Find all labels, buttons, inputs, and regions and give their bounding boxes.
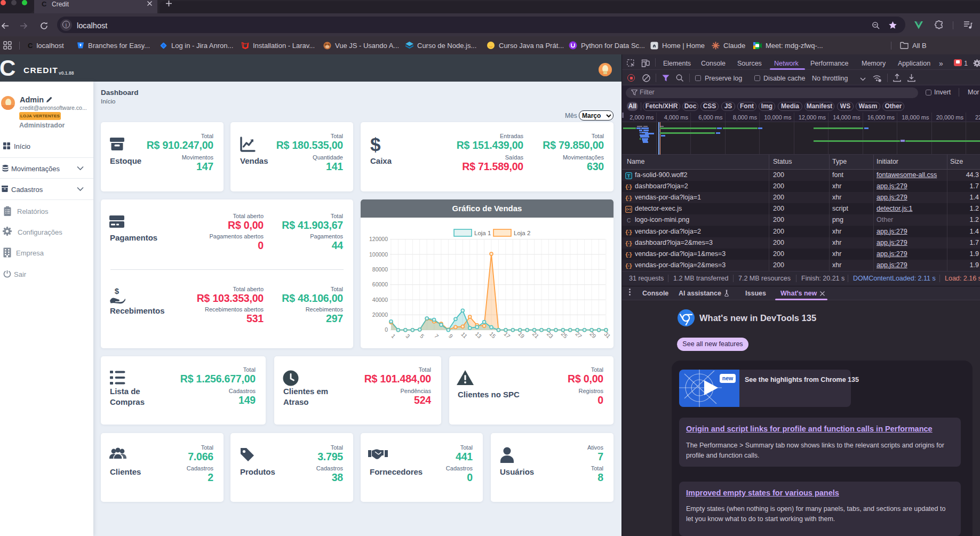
svg-text:19: 19: [517, 331, 526, 340]
svg-text:9: 9: [448, 333, 455, 340]
svg-text:27: 27: [575, 331, 584, 340]
svg-text:40000: 40000: [372, 297, 388, 303]
svg-text:Loja 1: Loja 1: [474, 230, 491, 236]
svg-text:$: $: [115, 287, 119, 295]
svg-text:23: 23: [546, 331, 555, 340]
svg-text:0: 0: [385, 326, 388, 333]
svg-text:5: 5: [419, 333, 426, 340]
svg-text:17: 17: [503, 331, 512, 340]
svg-text:C: C: [627, 218, 631, 223]
svg-text:3: 3: [404, 333, 411, 340]
svg-text:15: 15: [488, 331, 497, 340]
svg-text:100000: 100000: [369, 251, 388, 258]
svg-text:25: 25: [560, 331, 569, 340]
svg-text:1: 1: [390, 333, 397, 340]
svg-text:11: 11: [460, 331, 468, 339]
svg-text:80000: 80000: [372, 266, 388, 273]
svg-text:21: 21: [531, 331, 540, 340]
svg-text:7: 7: [433, 333, 440, 340]
svg-text:T: T: [627, 173, 631, 179]
svg-text:20000: 20000: [372, 311, 388, 318]
svg-text:120000: 120000: [369, 236, 388, 242]
svg-text:29: 29: [588, 331, 597, 340]
svg-text:13: 13: [474, 331, 483, 340]
svg-text:Loja 2: Loja 2: [514, 230, 530, 236]
svg-text:60000: 60000: [372, 281, 388, 287]
svg-text:31: 31: [603, 331, 612, 340]
